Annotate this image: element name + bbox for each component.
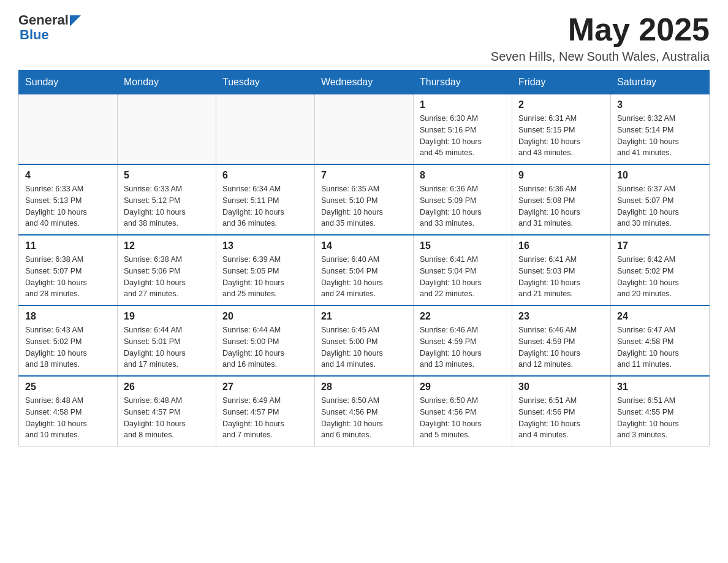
page-header: General Blue May 2025 Seven Hills, New S… xyxy=(18,12,710,64)
calendar-cell: 14Sunrise: 6:40 AM Sunset: 5:04 PM Dayli… xyxy=(315,235,414,305)
svg-marker-0 xyxy=(70,15,81,26)
day-number: 1 xyxy=(420,99,506,110)
calendar-week-row: 1Sunrise: 6:30 AM Sunset: 5:16 PM Daylig… xyxy=(19,94,710,165)
calendar-cell: 26Sunrise: 6:48 AM Sunset: 4:57 PM Dayli… xyxy=(118,376,216,446)
calendar-cell xyxy=(118,94,216,165)
calendar-week-row: 11Sunrise: 6:38 AM Sunset: 5:07 PM Dayli… xyxy=(19,235,710,305)
calendar-cell xyxy=(216,94,315,165)
day-number: 30 xyxy=(518,381,604,393)
calendar-cell: 5Sunrise: 6:33 AM Sunset: 5:12 PM Daylig… xyxy=(118,164,216,235)
day-info: Sunrise: 6:39 AM Sunset: 5:05 PM Dayligh… xyxy=(222,254,308,300)
day-info: Sunrise: 6:30 AM Sunset: 5:16 PM Dayligh… xyxy=(420,113,506,159)
day-info: Sunrise: 6:36 AM Sunset: 5:09 PM Dayligh… xyxy=(420,183,506,229)
day-number: 21 xyxy=(321,311,407,322)
calendar-cell: 13Sunrise: 6:39 AM Sunset: 5:05 PM Dayli… xyxy=(216,235,315,305)
calendar-cell: 15Sunrise: 6:41 AM Sunset: 5:04 PM Dayli… xyxy=(414,235,512,305)
calendar-header-sunday: Sunday xyxy=(19,71,118,94)
day-number: 16 xyxy=(518,240,604,251)
calendar-cell: 4Sunrise: 6:33 AM Sunset: 5:13 PM Daylig… xyxy=(19,164,118,235)
calendar-header-row: SundayMondayTuesdayWednesdayThursdayFrid… xyxy=(19,71,710,94)
calendar-cell: 10Sunrise: 6:37 AM Sunset: 5:07 PM Dayli… xyxy=(611,164,710,235)
day-info: Sunrise: 6:50 AM Sunset: 4:56 PM Dayligh… xyxy=(420,395,506,441)
calendar-week-row: 25Sunrise: 6:48 AM Sunset: 4:58 PM Dayli… xyxy=(19,376,710,446)
day-number: 28 xyxy=(321,381,407,393)
calendar-header-tuesday: Tuesday xyxy=(216,71,315,94)
day-number: 24 xyxy=(617,311,703,322)
day-info: Sunrise: 6:41 AM Sunset: 5:03 PM Dayligh… xyxy=(518,254,604,300)
calendar-header-monday: Monday xyxy=(118,71,216,94)
day-info: Sunrise: 6:43 AM Sunset: 5:02 PM Dayligh… xyxy=(25,324,111,370)
day-number: 12 xyxy=(124,240,210,251)
day-info: Sunrise: 6:44 AM Sunset: 5:01 PM Dayligh… xyxy=(124,324,210,370)
calendar-cell: 9Sunrise: 6:36 AM Sunset: 5:08 PM Daylig… xyxy=(512,164,611,235)
calendar-cell: 2Sunrise: 6:31 AM Sunset: 5:15 PM Daylig… xyxy=(512,94,611,165)
calendar-cell: 24Sunrise: 6:47 AM Sunset: 4:58 PM Dayli… xyxy=(611,305,710,376)
calendar-cell: 23Sunrise: 6:46 AM Sunset: 4:59 PM Dayli… xyxy=(512,305,611,376)
calendar-week-row: 4Sunrise: 6:33 AM Sunset: 5:13 PM Daylig… xyxy=(19,164,710,235)
calendar-cell: 17Sunrise: 6:42 AM Sunset: 5:02 PM Dayli… xyxy=(611,235,710,305)
day-number: 25 xyxy=(25,381,111,393)
day-number: 27 xyxy=(222,381,308,393)
day-number: 7 xyxy=(321,170,407,181)
day-info: Sunrise: 6:35 AM Sunset: 5:10 PM Dayligh… xyxy=(321,183,407,229)
day-info: Sunrise: 6:37 AM Sunset: 5:07 PM Dayligh… xyxy=(617,183,703,229)
day-info: Sunrise: 6:51 AM Sunset: 4:56 PM Dayligh… xyxy=(518,395,604,441)
day-number: 22 xyxy=(420,311,506,322)
day-number: 31 xyxy=(617,381,703,393)
day-info: Sunrise: 6:31 AM Sunset: 5:15 PM Dayligh… xyxy=(518,113,604,159)
day-info: Sunrise: 6:42 AM Sunset: 5:02 PM Dayligh… xyxy=(617,254,703,300)
day-info: Sunrise: 6:38 AM Sunset: 5:07 PM Dayligh… xyxy=(25,254,111,300)
calendar-cell: 1Sunrise: 6:30 AM Sunset: 5:16 PM Daylig… xyxy=(414,94,512,165)
calendar-cell: 20Sunrise: 6:44 AM Sunset: 5:00 PM Dayli… xyxy=(216,305,315,376)
calendar-cell: 21Sunrise: 6:45 AM Sunset: 5:00 PM Dayli… xyxy=(315,305,414,376)
title-area: May 2025 Seven Hills, New South Wales, A… xyxy=(491,12,710,64)
calendar-cell: 31Sunrise: 6:51 AM Sunset: 4:55 PM Dayli… xyxy=(611,376,710,446)
day-info: Sunrise: 6:44 AM Sunset: 5:00 PM Dayligh… xyxy=(222,324,308,370)
calendar-cell: 8Sunrise: 6:36 AM Sunset: 5:09 PM Daylig… xyxy=(414,164,512,235)
day-number: 23 xyxy=(518,311,604,322)
day-number: 15 xyxy=(420,240,506,251)
calendar-cell: 30Sunrise: 6:51 AM Sunset: 4:56 PM Dayli… xyxy=(512,376,611,446)
calendar-header-wednesday: Wednesday xyxy=(315,71,414,94)
calendar-cell: 29Sunrise: 6:50 AM Sunset: 4:56 PM Dayli… xyxy=(414,376,512,446)
calendar-header-friday: Friday xyxy=(512,71,611,94)
day-info: Sunrise: 6:38 AM Sunset: 5:06 PM Dayligh… xyxy=(124,254,210,300)
calendar-cell: 3Sunrise: 6:32 AM Sunset: 5:14 PM Daylig… xyxy=(611,94,710,165)
calendar-cell: 22Sunrise: 6:46 AM Sunset: 4:59 PM Dayli… xyxy=(414,305,512,376)
day-number: 13 xyxy=(222,240,308,251)
day-info: Sunrise: 6:34 AM Sunset: 5:11 PM Dayligh… xyxy=(222,183,308,229)
calendar-header-saturday: Saturday xyxy=(611,71,710,94)
day-number: 11 xyxy=(25,240,111,251)
day-info: Sunrise: 6:48 AM Sunset: 4:57 PM Dayligh… xyxy=(124,395,210,441)
calendar-cell: 25Sunrise: 6:48 AM Sunset: 4:58 PM Dayli… xyxy=(19,376,118,446)
day-number: 19 xyxy=(124,311,210,322)
calendar-header-thursday: Thursday xyxy=(414,71,512,94)
logo-arrow-icon xyxy=(70,15,81,26)
day-info: Sunrise: 6:49 AM Sunset: 4:57 PM Dayligh… xyxy=(222,395,308,441)
calendar-cell: 18Sunrise: 6:43 AM Sunset: 5:02 PM Dayli… xyxy=(19,305,118,376)
calendar-cell: 11Sunrise: 6:38 AM Sunset: 5:07 PM Dayli… xyxy=(19,235,118,305)
logo-blue-text: Blue xyxy=(20,27,49,43)
day-info: Sunrise: 6:33 AM Sunset: 5:13 PM Dayligh… xyxy=(25,183,111,229)
day-info: Sunrise: 6:41 AM Sunset: 5:04 PM Dayligh… xyxy=(420,254,506,300)
calendar-cell: 28Sunrise: 6:50 AM Sunset: 4:56 PM Dayli… xyxy=(315,376,414,446)
calendar-week-row: 18Sunrise: 6:43 AM Sunset: 5:02 PM Dayli… xyxy=(19,305,710,376)
logo-general-text: General xyxy=(18,12,69,28)
day-number: 4 xyxy=(25,170,111,181)
calendar-cell: 7Sunrise: 6:35 AM Sunset: 5:10 PM Daylig… xyxy=(315,164,414,235)
day-number: 6 xyxy=(222,170,308,181)
calendar-cell xyxy=(19,94,118,165)
day-info: Sunrise: 6:51 AM Sunset: 4:55 PM Dayligh… xyxy=(617,395,703,441)
calendar-cell: 12Sunrise: 6:38 AM Sunset: 5:06 PM Dayli… xyxy=(118,235,216,305)
day-number: 17 xyxy=(617,240,703,251)
calendar-cell xyxy=(315,94,414,165)
logo: General Blue xyxy=(18,12,81,43)
calendar-cell: 16Sunrise: 6:41 AM Sunset: 5:03 PM Dayli… xyxy=(512,235,611,305)
month-title: May 2025 xyxy=(491,12,710,47)
day-number: 3 xyxy=(617,99,703,110)
location-title: Seven Hills, New South Wales, Australia xyxy=(491,50,710,64)
day-number: 9 xyxy=(518,170,604,181)
day-info: Sunrise: 6:48 AM Sunset: 4:58 PM Dayligh… xyxy=(25,395,111,441)
day-info: Sunrise: 6:50 AM Sunset: 4:56 PM Dayligh… xyxy=(321,395,407,441)
calendar-cell: 19Sunrise: 6:44 AM Sunset: 5:01 PM Dayli… xyxy=(118,305,216,376)
